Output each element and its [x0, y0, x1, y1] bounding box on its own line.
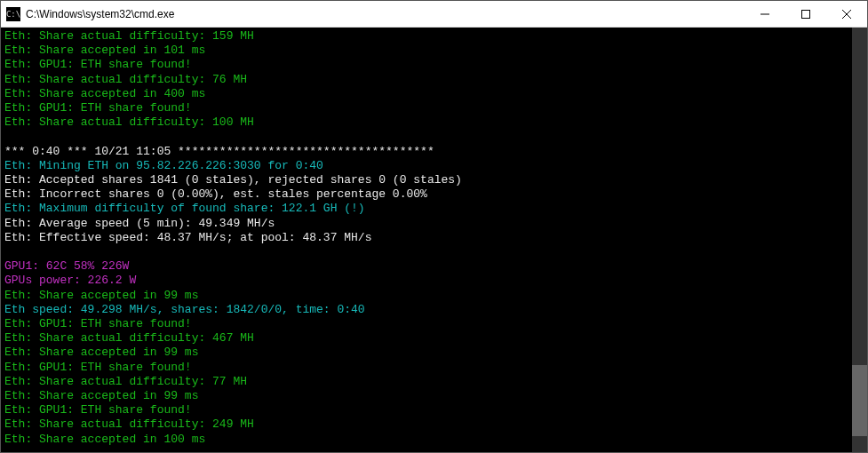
- terminal-line: Eth: Share accepted in 101 ms: [4, 44, 848, 58]
- terminal-line: Eth: Share accepted in 99 ms: [4, 389, 848, 403]
- terminal-line: Eth: GPU1: ETH share found!: [4, 58, 848, 72]
- terminal-line: [4, 130, 848, 144]
- window-controls: [745, 1, 867, 27]
- terminal-line: Eth: Share accepted in 99 ms: [4, 346, 848, 360]
- scrollbar-thumb[interactable]: [852, 365, 867, 436]
- terminal-line: Eth: Effective speed: 48.37 MH/s; at poo…: [4, 231, 848, 245]
- terminal-line: Eth: GPU1: ETH share found!: [4, 361, 848, 375]
- terminal-line: Eth: Share accepted in 400 ms: [4, 87, 848, 101]
- maximize-button[interactable]: [785, 1, 826, 27]
- terminal-line: Eth: GPU1: ETH share found!: [4, 317, 848, 331]
- terminal-line: Eth: Share actual difficulty: 77 MH: [4, 375, 848, 389]
- scrollbar[interactable]: [852, 28, 867, 452]
- terminal-line: Eth: GPU1: ETH share found!: [4, 101, 848, 115]
- terminal-line: GPU1: 62C 58% 226W: [4, 259, 848, 274]
- terminal-line: Eth: Maximum difficulty of found share: …: [4, 202, 848, 216]
- terminal-line: Eth: Average speed (5 min): 49.349 MH/s: [4, 217, 848, 231]
- terminal-line: GPUs power: 226.2 W: [4, 274, 848, 288]
- terminal-line: Eth: GPU1: ETH share found!: [4, 403, 848, 417]
- terminal-line: Eth: Share accepted in 99 ms: [4, 289, 848, 303]
- minimize-button[interactable]: [745, 1, 785, 27]
- terminal-line: [4, 245, 848, 259]
- close-button[interactable]: [826, 1, 867, 27]
- terminal-line: *** 0:40 *** 10/21 11:05 ***************…: [4, 145, 848, 159]
- terminal-line: Eth: Share actual difficulty: 76 MH: [4, 73, 848, 87]
- cmd-icon: C:\: [6, 7, 20, 21]
- terminal-line: Eth: Incorrect shares 0 (0.00%), est. st…: [4, 187, 848, 202]
- window-title: C:\Windows\system32\cmd.exe: [26, 8, 745, 20]
- svg-rect-1: [802, 10, 810, 18]
- terminal-line: Eth speed: 49.298 MH/s, shares: 1842/0/0…: [4, 303, 848, 317]
- cmd-window: C:\ C:\Windows\system32\cmd.exe Eth: Sha…: [0, 0, 868, 453]
- terminal-line: Eth: Mining ETH on 95.82.226.226:3030 fo…: [4, 159, 848, 173]
- terminal-line: Eth: Share actual difficulty: 249 MH: [4, 417, 848, 432]
- terminal-line: Eth: Accepted shares 1841 (0 stales), re…: [4, 173, 848, 187]
- terminal-line: Eth: Share accepted in 100 ms: [4, 433, 848, 447]
- terminal-line: Eth: Share actual difficulty: 100 MH: [4, 115, 848, 130]
- terminal-line: Eth: Share actual difficulty: 159 MH: [4, 29, 848, 44]
- titlebar[interactable]: C:\ C:\Windows\system32\cmd.exe: [1, 1, 867, 28]
- terminal-output[interactable]: Eth: Share actual difficulty: 159 MHEth:…: [1, 28, 852, 452]
- terminal-area: Eth: Share actual difficulty: 159 MHEth:…: [1, 28, 867, 452]
- terminal-line: Eth: Share actual difficulty: 467 MH: [4, 331, 848, 346]
